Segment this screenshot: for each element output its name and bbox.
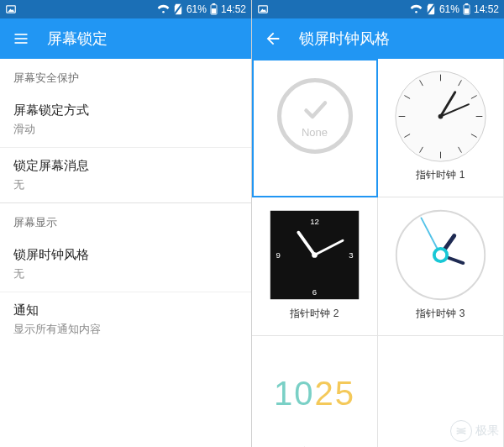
item-secondary: 无 xyxy=(13,177,238,192)
style-option-analog-3[interactable]: 指针时钟 3 xyxy=(378,197,504,336)
watermark: 极果 xyxy=(450,420,499,442)
battery-percent: 61% xyxy=(439,3,459,15)
section-header-display: 屏幕显示 xyxy=(0,203,251,237)
picture-icon xyxy=(257,3,269,15)
no-sim-icon xyxy=(173,3,183,15)
item-lock-message[interactable]: 锁定屏幕消息 无 xyxy=(0,147,251,202)
clock-text: 14:52 xyxy=(474,3,499,15)
thumb-analog-3 xyxy=(391,204,491,305)
svg-rect-7 xyxy=(15,34,28,35)
caption: 指针时钟 2 xyxy=(290,307,339,321)
no-sim-icon xyxy=(426,3,436,15)
svg-marker-11 xyxy=(260,8,267,12)
watermark-text: 极果 xyxy=(475,423,499,439)
thumb-digital-1: 10 25 xyxy=(265,343,365,444)
watermark-icon xyxy=(450,420,472,442)
svg-point-40 xyxy=(312,252,318,258)
caption: 指针时钟 3 xyxy=(416,307,465,321)
section-header-security: 屏幕安全保护 xyxy=(0,59,251,92)
picture-icon xyxy=(5,3,17,15)
svg-text:6: 6 xyxy=(312,287,317,297)
svg-rect-8 xyxy=(15,38,28,39)
battery-percent: 61% xyxy=(186,3,207,15)
none-label: None xyxy=(302,126,328,139)
item-primary: 通知 xyxy=(13,302,238,318)
page-title: 屏幕锁定 xyxy=(47,29,108,49)
digital-minutes: 25 xyxy=(315,375,356,413)
svg-point-12 xyxy=(415,11,417,13)
battery-icon xyxy=(210,3,218,15)
svg-rect-9 xyxy=(15,42,28,44)
svg-point-2 xyxy=(162,11,165,13)
item-primary: 锁定屏幕消息 xyxy=(13,158,238,174)
item-primary: 屏幕锁定方式 xyxy=(13,103,238,118)
status-bar: 61% 14:52 xyxy=(252,0,504,18)
item-secondary: 显示所有通知内容 xyxy=(13,322,238,337)
thumb-analog-1 xyxy=(391,66,491,166)
style-option-analog-2[interactable]: 12 3 6 9 指针时钟 2 xyxy=(252,197,378,336)
item-notifications[interactable]: 通知 显示所有通知内容 xyxy=(0,292,251,347)
style-option-digital-1[interactable]: 10 25 数字时钟 1 xyxy=(252,336,378,447)
thumb-none: None xyxy=(265,66,365,166)
item-clock-style[interactable]: 锁屏时钟风格 无 xyxy=(0,237,251,292)
svg-rect-5 xyxy=(213,3,216,5)
svg-rect-16 xyxy=(465,8,469,13)
back-icon[interactable] xyxy=(264,29,282,48)
check-icon xyxy=(300,94,330,124)
style-option-none[interactable]: None xyxy=(252,59,378,197)
svg-marker-1 xyxy=(8,8,15,12)
style-option-analog-1[interactable]: 指针时钟 1 xyxy=(378,59,504,197)
wifi-icon xyxy=(410,4,423,14)
phone-left: 61% 14:52 屏幕锁定 屏幕安全保护 屏幕锁定方式 滑动 锁定屏幕消息 无… xyxy=(0,0,252,447)
page-title: 锁屏时钟风格 xyxy=(299,29,390,49)
thumb-analog-2: 12 3 6 9 xyxy=(265,204,365,305)
svg-text:3: 3 xyxy=(349,250,353,260)
item-secondary: 滑动 xyxy=(13,122,238,137)
caption: 指针时钟 1 xyxy=(416,168,465,182)
battery-icon xyxy=(463,3,470,15)
svg-point-32 xyxy=(438,113,444,118)
clock-style-grid: None xyxy=(252,59,504,447)
svg-rect-6 xyxy=(212,8,216,13)
item-primary: 锁屏时钟风格 xyxy=(13,247,238,263)
svg-point-45 xyxy=(434,248,447,260)
item-lock-method[interactable]: 屏幕锁定方式 滑动 xyxy=(0,92,251,147)
status-bar: 61% 14:52 xyxy=(0,0,251,18)
svg-text:9: 9 xyxy=(276,250,281,260)
digital-hours: 10 xyxy=(274,375,315,413)
svg-rect-15 xyxy=(465,3,469,5)
svg-text:12: 12 xyxy=(310,217,319,226)
item-secondary: 无 xyxy=(13,266,238,281)
clock-text: 14:52 xyxy=(221,3,246,15)
wifi-icon xyxy=(157,4,170,14)
app-bar-right: 锁屏时钟风格 xyxy=(252,18,504,59)
settings-list: 屏幕安全保护 屏幕锁定方式 滑动 锁定屏幕消息 无 屏幕显示 锁屏时钟风格 无 … xyxy=(0,59,251,447)
hamburger-icon[interactable] xyxy=(12,29,30,48)
phone-right: 61% 14:52 锁屏时钟风格 None xyxy=(252,0,504,447)
app-bar-left: 屏幕锁定 xyxy=(0,18,251,59)
